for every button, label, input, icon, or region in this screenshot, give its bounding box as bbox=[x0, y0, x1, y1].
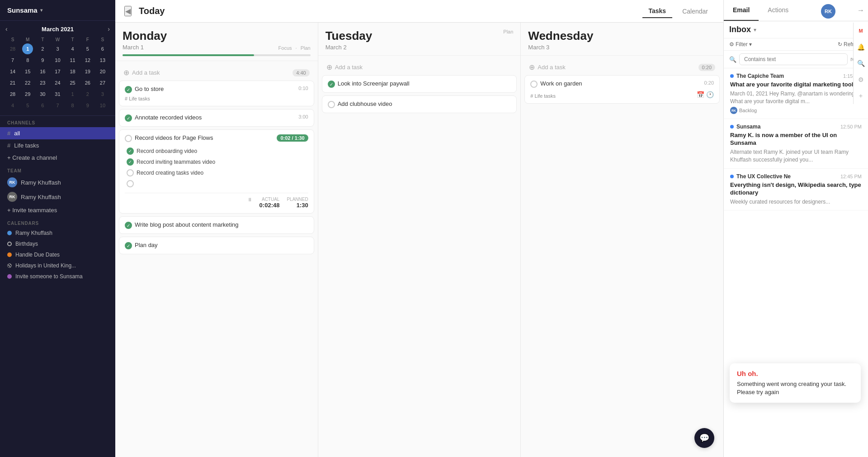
email-item[interactable]: The UX Collective Ne 12:45 PM Everything… bbox=[724, 169, 868, 211]
calendar-day-cell[interactable]: 14 bbox=[7, 66, 18, 77]
calendar-tab[interactable]: Calendar bbox=[676, 5, 714, 18]
calendar-day-cell[interactable]: 27 bbox=[97, 77, 108, 88]
inbox-title: Inbox bbox=[729, 25, 751, 34]
calendar-day-cell[interactable]: 5 bbox=[82, 43, 93, 54]
settings-icon[interactable]: ⚙ bbox=[854, 71, 868, 88]
calendar-holidays[interactable]: Holidays in United King... bbox=[0, 260, 115, 271]
calendar-day-cell[interactable]: 31 bbox=[52, 89, 63, 100]
calendar-day-cell[interactable]: 8 bbox=[22, 55, 33, 66]
calendar-day-cell[interactable]: 19 bbox=[82, 66, 93, 77]
calendar-day-cell[interactable]: 4 bbox=[7, 100, 18, 111]
calendar-day-cell[interactable]: 7 bbox=[52, 100, 63, 111]
plan-label[interactable]: Plan bbox=[301, 45, 311, 51]
calendar-day-cell[interactable]: 25 bbox=[67, 77, 78, 88]
calendar-day-cell[interactable]: 23 bbox=[37, 77, 48, 88]
email-item[interactable]: Sunsama 12:50 PM Ramy K. is now a member… bbox=[724, 119, 868, 168]
calendar-day-cell[interactable]: 18 bbox=[67, 66, 78, 77]
tasks-tab[interactable]: Tasks bbox=[642, 5, 673, 18]
plan-label[interactable]: Plan bbox=[503, 29, 513, 34]
logout-button[interactable]: → bbox=[854, 0, 868, 21]
email-item[interactable]: The Capiche Team 1:15 PM What are your f… bbox=[724, 68, 868, 119]
filter-button[interactable]: ⚙ Filter ▾ bbox=[729, 41, 752, 48]
gmail-icon[interactable]: M bbox=[854, 23, 868, 39]
task-annotate-videos[interactable]: ✓ Annotate recorded videos 3:00 bbox=[119, 109, 314, 127]
notifications-icon[interactable]: 🔔 bbox=[854, 39, 868, 55]
calendar-day-cell[interactable]: 26 bbox=[82, 77, 93, 88]
team-member-2[interactable]: RK Ramy Khuffash bbox=[0, 190, 115, 204]
team-member-1[interactable]: RK Ramy Khuffash bbox=[0, 175, 115, 190]
task-record-videos[interactable]: Record videos for Page Flows 0:02 / 1:30… bbox=[119, 129, 314, 214]
actual-label: ACTUAL bbox=[259, 197, 280, 202]
subtask-item[interactable] bbox=[127, 178, 308, 189]
calendar-day-cell[interactable]: 12 bbox=[82, 55, 93, 66]
next-month-button[interactable]: › bbox=[108, 25, 110, 33]
search-icon[interactable]: 🔍 bbox=[854, 55, 868, 71]
calendar-day-cell[interactable]: 8 bbox=[67, 100, 78, 111]
calendar-day-cell[interactable]: 5 bbox=[22, 100, 33, 111]
calendar-day-cell[interactable]: 20 bbox=[97, 66, 108, 77]
prev-month-button[interactable]: ‹ bbox=[5, 25, 8, 33]
calendar-day-cell[interactable]: 22 bbox=[22, 77, 33, 88]
actions-tab[interactable]: Actions bbox=[759, 0, 797, 21]
calendar-day-cell[interactable]: 17 bbox=[52, 66, 63, 77]
calendar-day-cell[interactable]: 6 bbox=[37, 100, 48, 111]
tuesday-date: March 2 bbox=[326, 44, 373, 51]
calendar-day-cell[interactable]: 30 bbox=[37, 89, 48, 100]
task-clubhouse-video[interactable]: Add clubhouse video bbox=[322, 95, 517, 113]
calendar-invite-sunsama[interactable]: Invite someone to Sunsama bbox=[0, 271, 115, 282]
calendar-day-cell[interactable]: 10 bbox=[97, 100, 108, 111]
calendar-day-cell[interactable]: 4 bbox=[67, 43, 78, 54]
invite-teammates-button[interactable]: + Invite teammates bbox=[0, 204, 115, 216]
chat-support-button[interactable]: 💬 bbox=[694, 428, 714, 448]
calendar-day-cell[interactable]: 3 bbox=[97, 89, 108, 100]
chevron-down-icon: ▾ bbox=[754, 27, 756, 33]
sidebar-item-life-tasks[interactable]: # Life tasks bbox=[0, 139, 115, 152]
user-avatar[interactable]: RK bbox=[821, 4, 835, 19]
calendar-day-cell[interactable]: 24 bbox=[52, 77, 63, 88]
calendar-day-cell[interactable]: 3 bbox=[52, 43, 63, 54]
task-time: 3:00 bbox=[298, 114, 308, 119]
avatar: RK bbox=[730, 107, 737, 114]
task-go-to-store[interactable]: ✓ Go to store 0:10 # Life tasks bbox=[119, 81, 314, 106]
task-plan-day[interactable]: ✓ Plan day bbox=[119, 237, 314, 254]
subtask-item[interactable]: ✓ Record onboarding video bbox=[127, 146, 308, 157]
calendar-day-cell[interactable]: 9 bbox=[37, 55, 48, 66]
search-input[interactable] bbox=[739, 53, 848, 65]
sidebar-item-all[interactable]: # all bbox=[0, 127, 115, 139]
email-tab[interactable]: Email bbox=[724, 0, 759, 21]
calendar-ramy[interactable]: Ramy Khuffash bbox=[0, 228, 115, 238]
calendar-day-cell[interactable]: 21 bbox=[7, 77, 18, 88]
subtask-item[interactable]: ✓ Record inviting teammates video bbox=[127, 157, 308, 167]
add-task-button[interactable]: ⊕ Add a task bbox=[322, 59, 517, 75]
focus-label[interactable]: Focus bbox=[278, 45, 292, 51]
calendar-day-cell[interactable]: 2 bbox=[82, 89, 93, 100]
create-channel-button[interactable]: + Create a channel bbox=[0, 152, 115, 164]
app-logo[interactable]: Sunsama ▾ bbox=[0, 0, 115, 21]
calendar-day-cell[interactable]: 2 bbox=[37, 43, 48, 54]
calendar-day-cell[interactable]: 29 bbox=[22, 89, 33, 100]
add-task-button[interactable]: ⊕ Add a task 4:40 bbox=[119, 65, 314, 81]
calendar-day-cell[interactable]: 6 bbox=[97, 43, 108, 54]
add-task-button[interactable]: ⊕ Add a task 0:20 bbox=[524, 59, 720, 75]
pause-button[interactable]: ⏸ bbox=[247, 197, 252, 209]
calendar-day-cell[interactable]: 16 bbox=[37, 66, 48, 77]
calendar-day-cell[interactable]: 28 bbox=[7, 43, 18, 54]
calendar-day-cell[interactable]: 1 bbox=[67, 89, 78, 100]
add-icon[interactable]: ＋ bbox=[854, 88, 868, 104]
calendar-birthdays[interactable]: Birthdays bbox=[0, 238, 115, 249]
calendar-day-cell[interactable]: 28 bbox=[7, 89, 18, 100]
calendar-day-cell[interactable]: 1 bbox=[22, 43, 33, 54]
calendar-day-cell[interactable]: 9 bbox=[82, 100, 93, 111]
calendar-day-cell[interactable]: 13 bbox=[97, 55, 108, 66]
calendar-day-cell[interactable]: 15 bbox=[22, 66, 33, 77]
back-button[interactable]: ◀ bbox=[124, 6, 132, 16]
task-blog-post[interactable]: ✓ Write blog post about content marketin… bbox=[119, 216, 314, 234]
task-title: Add clubhouse video bbox=[338, 100, 511, 107]
task-screenjar[interactable]: ✓ Look into Screenjar paywall bbox=[322, 75, 517, 93]
task-work-garden[interactable]: Work on garden 0:20 # Life tasks 📅 🕐 bbox=[524, 75, 720, 104]
subtask-item[interactable]: Record creating tasks video bbox=[127, 167, 308, 178]
calendar-day-cell[interactable]: 10 bbox=[52, 55, 63, 66]
calendar-day-cell[interactable]: 11 bbox=[67, 55, 78, 66]
calendar-day-cell[interactable]: 7 bbox=[7, 55, 18, 66]
calendar-due-dates[interactable]: Handle Due Dates bbox=[0, 249, 115, 260]
